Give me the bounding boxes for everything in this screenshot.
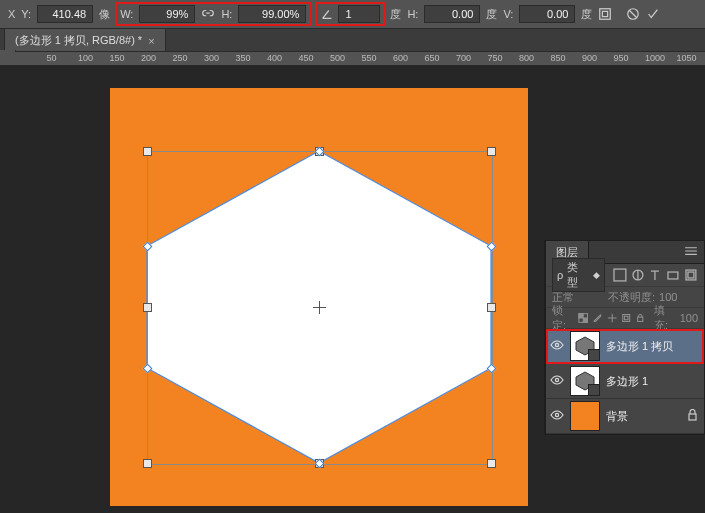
lock-fill-row: 锁定: 填充: 100 <box>546 308 704 329</box>
lock-pixels-icon[interactable] <box>592 312 602 324</box>
layer-name[interactable]: 多边形 1 拷贝 <box>606 339 673 354</box>
anchor-vertex[interactable] <box>142 363 151 372</box>
panel-menu-icon[interactable] <box>684 246 698 258</box>
lock-position-icon[interactable] <box>607 312 617 324</box>
lock-transparent-icon[interactable] <box>578 312 588 324</box>
hskew-value-field[interactable]: 0.00 <box>424 5 480 23</box>
cancel-icon[interactable] <box>626 7 640 21</box>
visibility-icon[interactable] <box>550 375 564 387</box>
vskew-value-field[interactable]: 0.00 <box>519 5 575 23</box>
svg-rect-21 <box>689 414 696 420</box>
filter-kind-select[interactable]: ρ类型 ◆ <box>552 258 605 292</box>
svg-rect-11 <box>579 314 583 318</box>
layer-thumbnail <box>570 366 600 396</box>
h-value-field[interactable]: 99.00% <box>238 5 306 23</box>
handle-tl[interactable] <box>143 147 152 156</box>
lock-icon[interactable] <box>687 409 698 423</box>
transform-center-icon[interactable] <box>313 301 326 314</box>
document-tab[interactable]: (多边形 1 拷贝, RGB/8#) * × <box>4 28 166 51</box>
vskew-label: V: <box>503 8 513 20</box>
link-icon[interactable] <box>201 7 215 21</box>
visibility-icon[interactable] <box>550 340 564 352</box>
anchor-vertex[interactable] <box>314 146 323 155</box>
filter-shape-icon[interactable] <box>666 268 680 282</box>
y-value-field[interactable]: 410.48 <box>37 5 93 23</box>
filter-pixel-icon[interactable] <box>613 268 627 282</box>
ruler-tick: 400 <box>267 53 282 63</box>
document-canvas[interactable] <box>110 88 528 506</box>
y-unit: 像 <box>99 7 110 22</box>
layer-thumbnail <box>570 331 600 361</box>
ruler-tick: 800 <box>519 53 534 63</box>
angle-icon <box>320 7 334 21</box>
ruler-tick: 500 <box>330 53 345 63</box>
svg-rect-7 <box>668 272 678 279</box>
close-tab-icon[interactable]: × <box>148 35 154 47</box>
x-label: X <box>8 8 15 20</box>
y-label: Y: <box>21 8 31 20</box>
ruler-tick: 450 <box>299 53 314 63</box>
work-area: 图层 ρ类型 ◆ 正常 不透明度: 100 锁定: <box>0 65 705 513</box>
layers-list: 多边形 1 拷贝 多边形 1 背景 <box>546 329 704 434</box>
lock-artboard-icon[interactable] <box>621 312 631 324</box>
anchor-vertex[interactable] <box>142 241 151 250</box>
ruler-tick: 950 <box>614 53 629 63</box>
w-label: W: <box>120 8 133 20</box>
ruler-tick: 350 <box>236 53 251 63</box>
angle-value-field[interactable]: 1 <box>338 5 380 23</box>
ruler-tick: 250 <box>173 53 188 63</box>
document-tab-title: (多边形 1 拷贝, RGB/8#) * <box>15 33 142 48</box>
ruler-tick: 100 <box>78 53 93 63</box>
svg-rect-0 <box>600 9 611 20</box>
layer-row[interactable]: 多边形 1 拷贝 <box>546 329 704 364</box>
filter-adjust-icon[interactable] <box>631 268 645 282</box>
layer-row[interactable]: 多边形 1 <box>546 364 704 399</box>
layer-row[interactable]: 背景 <box>546 399 704 434</box>
ruler-tick: 1050 <box>677 53 697 63</box>
layer-name[interactable]: 多边形 1 <box>606 374 648 389</box>
lock-label: 锁定: <box>552 303 574 333</box>
h-label: H: <box>221 8 232 20</box>
svg-rect-15 <box>638 317 643 321</box>
ruler-tick: 50 <box>47 53 57 63</box>
opacity-label: 不透明度: <box>608 290 655 305</box>
svg-rect-1 <box>603 11 608 16</box>
commit-icon[interactable] <box>646 7 660 21</box>
anchor-vertex[interactable] <box>486 241 495 250</box>
hskew-unit: 度 <box>486 7 497 22</box>
anchor-vertex[interactable] <box>486 363 495 372</box>
document-tab-bar: (多边形 1 拷贝, RGB/8#) * × <box>0 29 705 52</box>
filter-smart-icon[interactable] <box>684 268 698 282</box>
svg-rect-5 <box>614 269 626 281</box>
ruler-tick: 700 <box>456 53 471 63</box>
handle-bl[interactable] <box>143 459 152 468</box>
visibility-icon[interactable] <box>550 410 564 422</box>
ruler-tick: 750 <box>488 53 503 63</box>
ruler-tick: 650 <box>425 53 440 63</box>
handle-ml[interactable] <box>143 303 152 312</box>
handle-mr[interactable] <box>487 303 496 312</box>
transform-options-bar: X Y: 410.48 像 W: 99% H: 99.00% 1 度 H: 0.… <box>0 0 705 29</box>
lock-all-icon[interactable] <box>635 312 645 324</box>
interpolation-icon[interactable] <box>598 7 612 21</box>
ruler-tick: 600 <box>393 53 408 63</box>
ruler-tick: 900 <box>582 53 597 63</box>
ruler-tick: 150 <box>110 53 125 63</box>
handle-br[interactable] <box>487 459 496 468</box>
filter-type-icon[interactable] <box>648 268 662 282</box>
svg-rect-9 <box>688 272 694 278</box>
opacity-value[interactable]: 100 <box>659 291 677 303</box>
ruler-tick: 200 <box>141 53 156 63</box>
angle-unit: 度 <box>390 7 401 22</box>
anchor-vertex[interactable] <box>314 458 323 467</box>
ruler-tick: 550 <box>362 53 377 63</box>
layer-filter-row: ρ类型 ◆ <box>546 264 704 287</box>
fill-value[interactable]: 100 <box>680 312 698 324</box>
handle-tr[interactable] <box>487 147 496 156</box>
layer-name[interactable]: 背景 <box>606 409 628 424</box>
w-value-field[interactable]: 99% <box>139 5 195 23</box>
hskew-label: H: <box>407 8 418 20</box>
svg-rect-12 <box>583 318 587 322</box>
svg-rect-14 <box>625 316 628 319</box>
vskew-unit: 度 <box>581 7 592 22</box>
